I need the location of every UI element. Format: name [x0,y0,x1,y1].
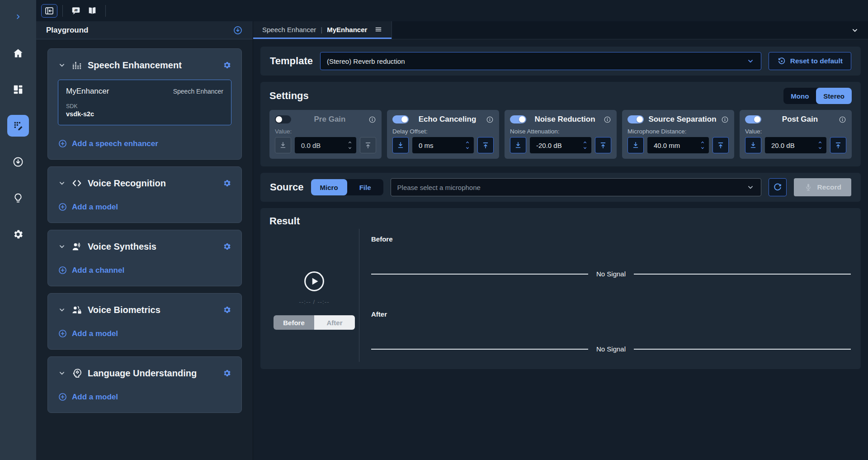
min-value-button[interactable] [627,137,644,153]
settings-cards: Pre Gain Value: 0.0 dB [269,110,852,159]
card-pre-gain: Pre Gain Value: 0.0 dB [269,110,382,159]
add-link-label: Add a model [72,203,118,212]
spinner-up-icon[interactable] [346,139,354,145]
brain-icon [71,368,82,379]
add-link-label: Add a speech enhancer [72,139,158,148]
max-value-button[interactable] [360,137,376,153]
file-button[interactable]: File [347,179,383,195]
chevron-down-icon[interactable] [58,61,66,69]
add-model-link[interactable]: Add a model [58,392,231,402]
max-value-button[interactable] [595,137,611,153]
record-button[interactable]: Record [794,178,851,196]
home-icon [12,47,24,59]
spinner-up-icon[interactable] [464,139,471,145]
arrow-down-to-line-icon [396,141,405,150]
echo-canceling-toggle[interactable] [392,115,409,123]
value-input[interactable]: 0 ms [412,137,474,153]
value-text: 20.0 dB [771,142,816,149]
rail-home-button[interactable] [7,43,29,64]
post-gain-toggle[interactable] [745,115,761,123]
min-value-button[interactable] [392,137,409,153]
add-model-link[interactable]: Add a model [58,202,231,212]
rail-playground-button[interactable] [7,115,29,137]
settings-title: Settings [269,90,309,102]
info-icon[interactable] [721,116,729,123]
before-button[interactable]: Before [274,315,314,330]
tabstrip-chevron-down[interactable] [851,21,868,39]
min-value-button[interactable] [745,137,761,153]
min-value-button[interactable] [275,137,291,153]
section-gear-button[interactable] [222,369,231,378]
spinner-up-icon[interactable] [816,139,824,145]
spinner-down-icon[interactable] [346,145,354,151]
play-button[interactable] [303,270,325,292]
tab-myenhancer[interactable]: Speech Enhancer | MyEnhancer [253,21,392,39]
rail-download-button[interactable] [7,151,29,173]
pre-gain-toggle[interactable] [275,115,291,123]
value-input[interactable]: -20.0 dB [530,137,591,153]
source-toggle: Micro File [311,179,383,195]
info-icon[interactable] [368,116,376,123]
micro-button[interactable]: Micro [311,179,347,195]
sdk-value: vsdk-s2c [66,110,223,118]
documentation-button[interactable] [84,4,100,18]
voice-over-icon [71,241,82,252]
noise-reduction-toggle[interactable] [510,115,526,123]
min-value-button[interactable] [510,137,526,153]
reset-to-default-button[interactable]: Reset to default [769,52,851,70]
expand-rail-icon[interactable] [14,13,22,23]
chevron-down-icon[interactable] [58,369,66,377]
add-model-link[interactable]: Add a model [58,329,231,338]
download-circle-icon [233,25,243,35]
toolbar-divider [105,5,106,17]
info-icon[interactable] [604,116,611,123]
chevron-down-icon[interactable] [58,306,66,314]
add-channel-link[interactable]: Add a channel [58,266,231,275]
phonetic-chat-icon [71,6,81,16]
chevron-down-icon[interactable] [58,179,66,187]
source-panel: Source Micro File Please select a microp… [260,173,861,202]
info-icon[interactable] [839,116,846,123]
value-input[interactable]: 20.0 dB [765,137,826,153]
after-button[interactable]: After [314,315,355,330]
spinner-down-icon[interactable] [464,145,471,151]
info-icon[interactable] [486,116,494,123]
rail-tips-button[interactable] [7,187,29,209]
spinner-down-icon[interactable] [816,145,824,151]
spinner-up-icon[interactable] [699,139,706,145]
microphone-select[interactable]: Please select a microphone [391,178,761,196]
tab-menu-icon[interactable] [374,25,382,33]
value-input[interactable]: 40.0 mm [647,137,709,153]
enhancer-item-card[interactable]: MyEnhancer Speech Enhancer SDK vsdk-s2c [58,80,231,125]
sidebar-download-button[interactable] [233,25,243,35]
phonetics-button[interactable] [68,4,84,18]
voice-biometrics-icon [71,304,82,315]
dashboard-icon [12,84,24,95]
max-value-button[interactable] [830,137,846,153]
template-select[interactable]: (Stereo) Reverb reduction [320,52,761,70]
record-label: Record [817,183,841,191]
rail-settings-button[interactable] [7,223,29,245]
max-value-button[interactable] [477,137,494,153]
spinner-up-icon[interactable] [581,139,589,145]
stereo-button[interactable]: Stereo [816,88,852,104]
section-gear-button[interactable] [222,179,231,188]
source-separation-toggle[interactable] [627,115,644,123]
collapse-sidebar-button[interactable] [41,4,57,18]
section-gear-button[interactable] [222,305,231,314]
spinner-down-icon[interactable] [699,145,706,151]
result-title: Result [269,215,852,227]
section-gear-button[interactable] [222,61,231,70]
spinner-down-icon[interactable] [581,145,589,151]
refresh-devices-button[interactable] [769,178,787,196]
add-speech-enhancer-link[interactable]: Add a speech enhancer [58,139,231,148]
chevron-down-icon[interactable] [58,242,66,251]
max-value-button[interactable] [712,137,729,153]
rail-dashboard-button[interactable] [7,79,29,100]
enhancer-type: Speech Enhancer [173,88,223,95]
tab-divider: | [321,26,322,33]
enhancer-name: MyEnhancer [66,87,109,96]
section-gear-button[interactable] [222,242,231,251]
value-input[interactable]: 0.0 dB [295,137,356,153]
mono-button[interactable]: Mono [783,88,816,104]
